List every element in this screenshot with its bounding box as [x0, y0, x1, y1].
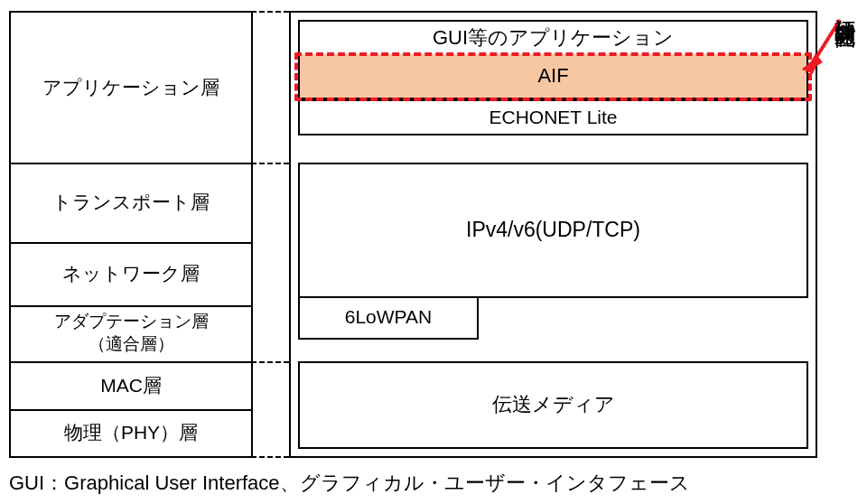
block-6lowpan: 6LoWPAN [298, 296, 479, 340]
connector-dash [251, 361, 289, 363]
evaluation-scope-label: 評価対象範囲 [829, 2, 856, 13]
connector-dash [251, 456, 289, 458]
block-ip: IPv4/v6(UDP/TCP) [298, 163, 808, 298]
layer-transport: トランスポート層 [9, 163, 253, 244]
layer-application: アプリケーション層 [9, 11, 253, 164]
block-transmission-media: 伝送メディア [298, 361, 808, 449]
layer-mac: MAC層 [9, 361, 253, 411]
block-aif: AIF [298, 54, 808, 99]
layer-adaptation: アダプテーション層（適合層） [9, 305, 253, 363]
connector-dash [251, 163, 289, 164]
layer-architecture-diagram: アプリケーション層 トランスポート層 ネットワーク層 アダプテーション層（適合層… [9, 11, 817, 458]
layer-network: ネットワーク層 [9, 242, 253, 307]
connector-dash [251, 11, 289, 13]
evaluation-scope-arrow [804, 13, 858, 85]
block-gui-app: GUI等のアプリケーション [298, 20, 808, 56]
layer-physical: 物理（PHY）層 [9, 409, 253, 458]
footnote-gui-definition: GUI：Graphical User Interface、グラフィカル・ユーザー… [9, 470, 690, 497]
block-echonet: ECHONET Lite [298, 99, 808, 135]
